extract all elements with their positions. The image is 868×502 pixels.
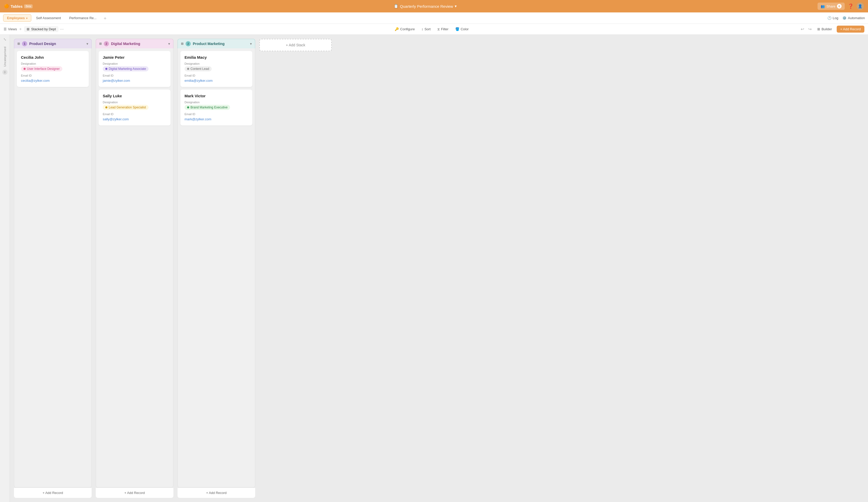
toolbar: ☰ Views ＋ ⊞ Stacked by Dept ⋯ 🔑 Configur… xyxy=(0,24,868,35)
add-record-main-button[interactable]: + Add Record xyxy=(837,25,864,33)
email-sally[interactable]: sally@zylker.com xyxy=(103,117,129,121)
email-mark[interactable]: mark@zylker.com xyxy=(185,117,211,121)
designation-value-emilia: Content Lead xyxy=(185,66,248,71)
card-jamie-peter: Jamie Peter Designation Digital Marketin… xyxy=(99,51,170,87)
tab-self-assessment-label: Self Assessment xyxy=(36,16,61,20)
top-nav: 🟠 Tables Beta 📋 Quarterly Performance Re… xyxy=(0,0,868,12)
add-record-main-label: + Add Record xyxy=(840,27,861,31)
automation-icon: ⚙️ xyxy=(843,16,847,20)
color-label: Color xyxy=(461,27,469,31)
expand-icon[interactable]: ⤡ xyxy=(3,37,7,41)
stack-menu-digital-marketing[interactable]: ▾ xyxy=(168,42,170,46)
designation-value-sally: Lead Generation Specialist xyxy=(103,105,166,110)
designation-label-sally: Designation xyxy=(103,101,166,104)
views-icon: ☰ xyxy=(4,27,7,31)
card-name-mark: Mark Victor xyxy=(185,94,248,98)
top-nav-left: 🟠 Tables Beta xyxy=(4,4,33,9)
nav-title-icon: 📋 xyxy=(394,4,399,9)
stack-header-product-marketing: ⊞ 2 Product Marketing ▾ xyxy=(177,39,255,49)
stack-icon-product-design: ⊞ xyxy=(17,42,20,45)
kanban-area: ⊞ 1 Product Design ▾ Cecilia John Design… xyxy=(10,35,868,502)
share-icon: 👥 xyxy=(821,4,825,8)
filter-button[interactable]: ⧖ Filter xyxy=(435,26,451,32)
tab-performance-re[interactable]: Performance Re... xyxy=(65,14,100,21)
redo-button[interactable]: ↪ xyxy=(807,25,813,33)
log-button[interactable]: 🕐 Log xyxy=(827,16,838,20)
help-icon-button[interactable]: ❓ xyxy=(848,3,854,9)
designation-text-cecilia: User Interface Designer xyxy=(27,67,60,71)
builder-button[interactable]: ⊞ Builder xyxy=(815,26,834,32)
tables-logo: 🟠 Tables Beta xyxy=(4,4,33,9)
sort-label: Sort xyxy=(424,27,431,31)
badge-dot-sally xyxy=(105,106,107,108)
email-label-jamie: Email ID xyxy=(103,74,166,77)
top-nav-center[interactable]: 📋 Quarterly Performance Review ▾ xyxy=(394,4,457,9)
tab-performance-re-label: Performance Re... xyxy=(69,16,96,20)
avatar[interactable]: 👤 xyxy=(857,3,864,10)
toolbar-center: 🔑 Configure ↕ Sort ⧖ Filter 🪣 Color xyxy=(65,26,798,32)
view-grid-icon: ⊞ xyxy=(27,27,30,31)
current-view[interactable]: ⊞ Stacked by Dept xyxy=(24,26,58,32)
designation-badge-jamie: Digital Marketing Associate xyxy=(103,66,148,71)
share-button[interactable]: 👥 Share 6 xyxy=(817,3,845,10)
designation-text-sally: Lead Generation Specialist xyxy=(109,106,146,109)
stack-menu-product-design[interactable]: ▾ xyxy=(86,42,88,46)
tab-self-assessment[interactable]: Self Assessment xyxy=(32,14,64,21)
stack-count-digital-marketing: 2 xyxy=(104,41,109,46)
add-record-digital-marketing[interactable]: + Add Record xyxy=(96,488,173,498)
top-nav-right: 👥 Share 6 ❓ 👤 xyxy=(817,3,864,10)
email-label-cecilia: Email ID xyxy=(21,74,85,77)
designation-badge-sally: Lead Generation Specialist xyxy=(103,105,148,110)
uncategorized-count: 0 xyxy=(2,70,8,75)
badge-dot-emilia xyxy=(187,68,189,70)
add-record-product-marketing[interactable]: + Add Record xyxy=(177,488,255,498)
configure-button[interactable]: 🔑 Configure xyxy=(392,26,417,32)
stack-header-digital-marketing: ⊞ 2 Digital Marketing ▾ xyxy=(96,39,173,49)
color-button[interactable]: 🪣 Color xyxy=(453,26,471,32)
add-record-product-design[interactable]: + Add Record xyxy=(14,488,92,498)
designation-value-mark: Brand Marketing Executive xyxy=(185,105,248,110)
views-label: Views xyxy=(8,27,17,31)
add-tab-button[interactable]: ＋ xyxy=(101,14,109,22)
automation-button[interactable]: ⚙️ Automation xyxy=(843,16,865,20)
tables-logo-icon: 🟠 xyxy=(4,4,9,9)
main-content: ⤡ Uncategorised 0 ⊞ 1 Product Design ▾ C… xyxy=(0,35,868,502)
email-jamie[interactable]: jamie@zylker.com xyxy=(103,79,130,83)
tab-employees-chevron: ▾ xyxy=(26,17,28,20)
card-sally-luke: Sally Luke Designation Lead Generation S… xyxy=(99,90,170,125)
badge-dot-cecilia xyxy=(23,68,25,70)
sort-button[interactable]: ↕ Sort xyxy=(419,26,433,32)
stack-body-digital-marketing: Jamie Peter Designation Digital Marketin… xyxy=(96,49,173,488)
automation-label: Automation xyxy=(848,16,865,20)
share-count: 6 xyxy=(837,4,841,9)
email-label-sally: Email ID xyxy=(103,113,166,116)
configure-label: Configure xyxy=(400,27,415,31)
stack-count-product-marketing: 2 xyxy=(186,41,191,46)
stack-menu-product-marketing[interactable]: ▾ xyxy=(250,42,252,46)
share-label: Share xyxy=(826,4,835,8)
configure-icon: 🔑 xyxy=(395,27,399,31)
add-stack-column: + Add Stack xyxy=(259,39,332,498)
view-name: Stacked by Dept xyxy=(31,27,56,31)
stack-icon-product-marketing: ⊞ xyxy=(181,42,184,45)
badge-dot-jamie xyxy=(105,68,107,70)
builder-label: Builder xyxy=(822,27,832,31)
uncategorized-label: Uncategorised xyxy=(3,46,7,66)
email-cecilia[interactable]: cecilia@zylker.com xyxy=(21,79,50,83)
designation-label-cecilia: Designation xyxy=(21,62,85,65)
add-view-button[interactable]: ＋ xyxy=(18,27,22,32)
add-stack-button[interactable]: + Add Stack xyxy=(259,39,332,51)
tab-employees[interactable]: Employees ▾ xyxy=(3,14,31,22)
designation-label-jamie: Designation xyxy=(103,62,166,65)
view-menu-button[interactable]: ⋯ xyxy=(60,27,64,31)
designation-text-mark: Brand Marketing Executive xyxy=(190,106,227,109)
views-button[interactable]: ☰ Views xyxy=(4,27,17,31)
nav-title-chevron: ▾ xyxy=(455,4,457,9)
stack-body-product-marketing: Emilia Macy Designation Content Lead Ema… xyxy=(177,49,255,488)
card-cecilia-john: Cecilia John Designation User Interface … xyxy=(17,51,89,87)
tab-bar-right: 🕐 Log ⚙️ Automation xyxy=(827,16,865,20)
stack-product-marketing: ⊞ 2 Product Marketing ▾ Emilia Macy Desi… xyxy=(177,39,255,498)
email-emilia[interactable]: emilia@zylker.com xyxy=(185,79,213,83)
stack-product-design: ⊞ 1 Product Design ▾ Cecilia John Design… xyxy=(14,39,92,498)
undo-button[interactable]: ↩ xyxy=(800,25,805,33)
